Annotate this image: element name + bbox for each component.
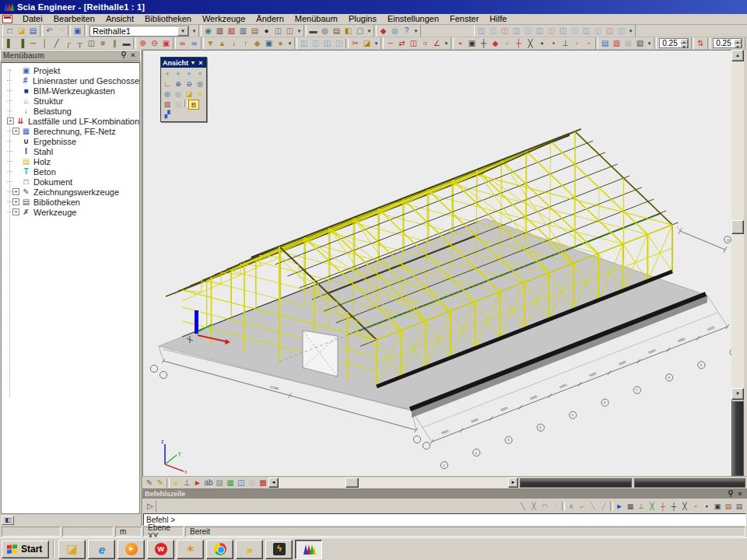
befehlszeile-title[interactable]: Befehlszeile × [142,489,747,499]
link-b-icon[interactable]: ∞ [188,38,200,49]
member-2-icon[interactable]: ▐ [16,38,27,49]
sidebar-item-structure[interactable]: ⌂Struktur [5,96,139,106]
tree-expander[interactable]: + [12,128,19,135]
panel-tab-button[interactable]: ◧ [2,516,14,525]
overflow-dropdown-icon[interactable]: ▾ [627,28,634,34]
engineering-report-icon[interactable]: ▤ [331,26,342,37]
layout-1-icon[interactable]: ◫ [475,26,487,37]
member-7-icon[interactable]: ┬ [74,38,86,49]
taskbar-app-internet-explorer[interactable]: e [88,540,115,559]
node-f-icon[interactable]: ┼ [513,38,524,49]
spinner-arrows[interactable]: ▲▼ [734,39,742,48]
layout-9-icon[interactable]: ◫ [569,26,580,37]
paste-icon[interactable]: ▤ [249,26,261,37]
render-mode-icon[interactable]: ▨ [214,478,225,488]
sidebar-item-bim-toolbox[interactable]: ■BIM-Werkzeugkasten [5,86,139,96]
taskbar-app-hand-tool[interactable]: W [147,540,174,559]
menu-fenster[interactable]: Fenster [444,14,484,24]
render-solid-icon[interactable]: ▧ [162,100,173,110]
cursor-mode-icon[interactable]: ▷ [145,500,156,512]
snap-diag-b-icon[interactable]: ╱ [598,501,609,512]
zoom-window-icon[interactable]: ◎ [195,79,205,89]
win-b-icon[interactable]: ◫ [310,38,321,49]
member-4-icon[interactable]: │ [39,38,51,49]
snap-int-icon[interactable]: ╳ [647,501,658,512]
menu-bearbeiten[interactable]: Bearbeiten [48,14,100,24]
taskbar-app-paint-tools[interactable]: ✶ [177,540,204,559]
layout-13-icon[interactable]: ◫ [615,26,627,37]
overflow-dropdown-icon[interactable]: ▾ [286,40,293,47]
new-project-icon[interactable]: □ [4,26,16,37]
link-a-icon[interactable]: ∞ [177,38,188,49]
snap-perp-icon[interactable]: ⊥ [636,501,647,512]
member-11-icon[interactable]: ▬ [121,38,132,49]
snap-off-icon[interactable]: ╳ [550,501,561,512]
move-up-icon[interactable]: ▲ [216,38,228,49]
zoom-all-icon[interactable]: ◎ [162,89,173,100]
find-icon[interactable]: ◉ [202,26,214,37]
document-icon[interactable]: ▢ [354,26,366,37]
select-lasso-icon[interactable]: ✎ [155,478,166,488]
sidebar-item-load[interactable]: ↓Belastung [5,106,139,116]
menubaum-panel-title[interactable]: Menübaum × [0,50,141,61]
vertical-scrollbar[interactable]: ▲ ▼ [731,50,744,476]
activity-icon[interactable]: ▩ [258,478,268,488]
loads-display-icon[interactable]: ⊥ [181,478,192,488]
print-data-icon[interactable]: ▥ [214,26,226,37]
entities-icon[interactable]: ▲ [170,478,181,488]
member-5-icon[interactable]: ╱ [51,38,62,49]
node-e-icon[interactable]: ▫ [501,38,513,49]
node-i-icon[interactable]: • [548,38,559,49]
print-icon[interactable]: ▬ [307,26,319,37]
sidebar-item-libraries[interactable]: +▤Bibliotheken [5,197,139,207]
taskbar-app-scia-engineer[interactable] [295,540,322,559]
view-y-icon[interactable]: + [173,69,184,79]
overflow-dropdown-icon[interactable]: ▾ [296,28,303,34]
scroll-right-icon[interactable]: ► [508,478,518,488]
overflow-dropdown-icon[interactable]: ▾ [646,40,653,47]
tile-view-icon[interactable]: ◫ [284,26,296,37]
remove-node-icon[interactable]: ⊖ [149,38,160,49]
dim-angle-icon[interactable]: ∠ [431,38,443,49]
menu-plugins[interactable]: Plugins [343,14,382,24]
undo-icon[interactable]: ↶ [44,26,55,37]
snap-box-icon[interactable]: ▣ [712,501,723,512]
print-preview-icon[interactable]: ◎ [319,26,331,37]
menu-hilfe[interactable]: Hilfe [484,14,512,24]
save-project-icon[interactable]: ▤ [27,26,39,37]
layers-icon[interactable]: ◪ [184,89,195,100]
layout-12-icon[interactable]: ◫ [604,26,615,37]
node-g-icon[interactable]: ╳ [524,38,536,49]
sidebar-item-document[interactable]: □Dokument [5,177,139,187]
spinner-arrows[interactable]: ▲▼ [680,39,688,48]
chevron-down-icon[interactable]: ▼ [189,60,197,65]
close-icon[interactable]: × [735,490,745,499]
light-icon[interactable]: ● [195,89,205,100]
dim-chain-icon[interactable]: ⇄ [396,38,408,49]
rotate-bar-vertical[interactable] [731,400,744,476]
snap-node-icon[interactable]: ┼ [668,501,679,512]
pin-icon[interactable] [119,51,128,60]
overflow-dropdown-icon[interactable]: ▾ [366,28,373,34]
layout-3-icon[interactable]: ◫ [499,26,510,37]
sphere-icon[interactable]: ● [261,26,272,37]
supports-icon[interactable]: ◫ [236,478,247,488]
title-bar[interactable]: Scia Engineer - [Reithalle1 : 1] [0,0,747,14]
ansicht-palette[interactable]: Ansicht ▼ × ++++∟⊕⊖◎◎◎◪●▧▧B▞ [160,57,207,122]
view-x-icon[interactable]: + [162,69,173,79]
menu-werkzeuge[interactable]: Werkzeuge [197,14,251,24]
snap-grid-icon[interactable]: ▦ [625,501,636,512]
scale-icon[interactable]: ● [275,38,286,49]
mirror-icon[interactable]: ▣ [263,38,275,49]
overflow-dropdown-icon[interactable]: ▾ [443,40,450,47]
node-c-icon[interactable]: ┼ [478,38,489,49]
layout-2-icon[interactable]: ◫ [487,26,499,37]
dim-line-icon[interactable]: ─ [384,38,396,49]
sidebar-item-calculation-fe-mesh[interactable]: +▦Berechnung, FE-Netz [5,126,139,136]
scale-link-icon[interactable]: ⇅ [695,38,707,49]
drop-down-icon[interactable]: ↓ [228,38,240,49]
snap-cross-icon[interactable]: ╳ [528,501,539,512]
layers-2-icon[interactable]: ▥ [247,478,258,488]
scroll-left-icon[interactable]: ◄ [268,478,279,488]
scroll-up-icon[interactable]: ▲ [731,50,744,61]
